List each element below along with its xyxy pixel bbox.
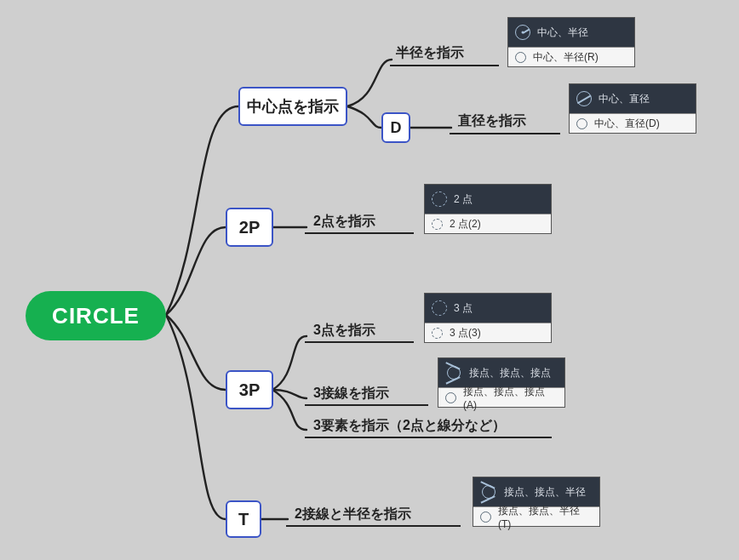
circle-3point-icon [432,328,443,339]
ui-light-row: 中心、半径(R) [508,47,634,66]
root-node-circle: CIRCLE [26,291,166,340]
ui-light-row: 接点、接点、半径(T) [473,506,599,526]
underline-radius [390,65,499,66]
ui-light-row: 3 点(3) [425,323,551,342]
circle-diameter-icon [576,91,592,106]
underline-diameter [450,133,560,134]
label-specify-diameter: 直径を指示 [458,112,526,130]
label-specify-2tan-radius: 2接線と半径を指示 [295,506,411,523]
ui-dark-label: 2 点 [454,192,473,207]
circle-radius-icon [515,25,530,40]
circle-ttr-icon [480,511,491,523]
ui-light-label: 中心、直径(D) [594,117,660,131]
ui-light-label: 2 点(2) [450,217,481,231]
underline-3tangents [305,404,428,406]
circle-ttr-icon [480,484,497,500]
ui-light-label: 接点、接点、半径(T) [498,504,593,530]
ui-dark-row: 接点、接点、接点 [438,358,564,387]
ui-preview-center-diameter: 中心、直径 中心、直径(D) [569,83,696,134]
ui-preview-3point: 3 点 3 点(3) [424,293,552,343]
circle-2point-icon [432,191,447,207]
diagram-stage: CIRCLE 中心点を指示 半径を指示 D 直径を指示 中心、半径 中心、半径(… [0,0,739,560]
circle-2point-icon [432,219,443,230]
ui-light-row: 中心、直径(D) [570,113,696,133]
ui-dark-row: 接点、接点、半径 [473,477,599,506]
label-specify-radius: 半径を指示 [396,44,464,62]
ui-light-row: 接点、接点、接点(A) [438,387,564,407]
underline-2p [305,232,414,234]
ui-dark-label: 中心、半径 [537,26,588,40]
label-specify-3tangents: 3接線を指示 [313,385,389,403]
ui-dark-row: 3 点 [425,294,551,323]
node-key-2p: 2P [226,208,273,247]
node-center-point: 中心点を指示 [238,87,347,126]
circle-3point-icon [432,300,447,316]
ui-dark-label: 接点、接点、接点 [469,366,551,380]
node-key-d: D [381,112,410,143]
ui-preview-2point: 2 点 2 点(2) [424,184,552,234]
ui-light-label: 接点、接点、接点(A) [463,385,558,411]
ui-dark-label: 中心、直径 [599,92,650,106]
label-specify-2points: 2点を指示 [313,213,375,231]
ui-light-row: 2 点(2) [425,214,551,233]
ui-light-label: 3 点(3) [450,326,481,340]
ui-light-label: 中心、半径(R) [533,50,599,65]
underline-3elements [305,437,552,438]
ui-dark-row: 中心、直径 [570,84,696,113]
ui-dark-label: 3 点 [454,301,473,316]
node-key-t: T [226,500,261,538]
node-key-3p: 3P [226,370,273,409]
underline-t [286,525,461,527]
underline-3points [305,341,414,343]
ui-dark-label: 接点、接点、半径 [504,485,586,500]
label-specify-3points: 3点を指示 [313,322,375,340]
ui-preview-center-radius: 中心、半径 中心、半径(R) [507,17,635,67]
ui-preview-tan-tan-radius: 接点、接点、半径 接点、接点、半径(T) [473,477,600,527]
ui-preview-tan-tan-tan: 接点、接点、接点 接点、接点、接点(A) [438,357,565,408]
circle-ttt-icon [445,392,456,403]
ui-dark-row: 中心、半径 [508,18,634,47]
circle-radius-icon [515,52,526,63]
label-specify-3elements: 3要素を指示（2点と線分など） [313,417,506,435]
ui-dark-row: 2 点 [425,185,551,214]
circle-ttt-icon [445,365,462,380]
circle-diameter-icon [576,118,587,129]
